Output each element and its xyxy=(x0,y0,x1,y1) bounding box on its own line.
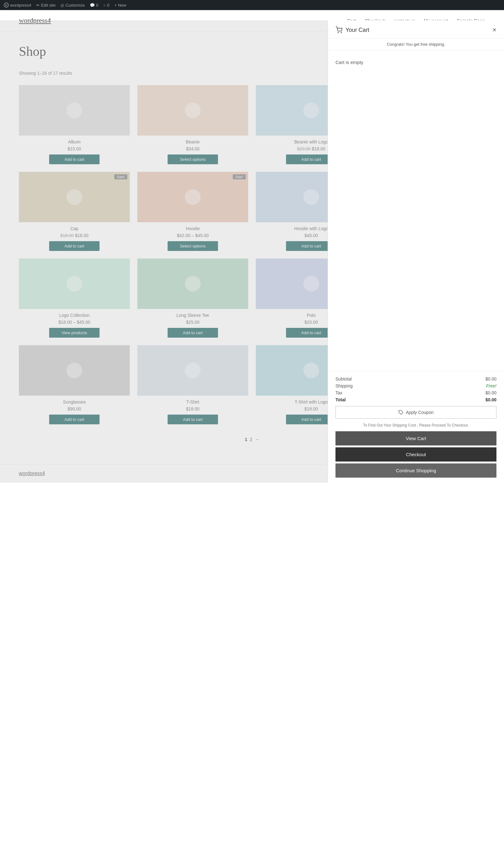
product-image-0 xyxy=(19,85,130,136)
product-illustration xyxy=(62,185,87,210)
product-name-4: Cap xyxy=(70,226,78,231)
sale-badge: Sale! xyxy=(233,174,246,179)
svg-point-2 xyxy=(67,102,82,118)
product-card-1: Beanie$34.00Select options xyxy=(137,85,248,164)
product-name-9: Long Sleeve Tee xyxy=(176,313,209,318)
checkout-button[interactable]: Checkout xyxy=(336,447,497,462)
product-illustration xyxy=(62,358,87,383)
svg-point-12 xyxy=(303,276,319,292)
comments-icon: 💬 xyxy=(90,3,95,7)
product-card-5: Sale!Hoodie$42.00 – $45.00Select options xyxy=(137,172,248,251)
tag-icon xyxy=(398,410,403,415)
sale-price: $90.00 xyxy=(68,406,81,411)
cart-shipping-notice: Congrats! You get free shipping. xyxy=(328,39,504,50)
cart-body: Cart is empty xyxy=(328,50,504,371)
admin-bar-edit[interactable]: ✏ Edit site xyxy=(36,3,55,7)
cart-empty-message: Cart is empty xyxy=(328,50,504,74)
product-card-8: Logo Collection$18.00 – $45.00View produ… xyxy=(19,259,130,338)
svg-text:W: W xyxy=(5,3,8,7)
product-illustration xyxy=(180,271,205,296)
add-to-cart-button-0[interactable]: Add to cart xyxy=(49,154,100,164)
product-image-12 xyxy=(19,345,130,396)
svg-point-15 xyxy=(185,363,201,378)
svg-point-7 xyxy=(185,189,201,205)
svg-point-19 xyxy=(341,32,341,33)
add-to-cart-button-4[interactable]: Add to cart xyxy=(49,241,100,251)
total-row: Total $0.00 xyxy=(336,397,497,402)
product-price-8: $18.00 – $45.00 xyxy=(58,320,90,325)
original-price: $18.00 xyxy=(60,233,74,238)
footer-logo[interactable]: wordpress4 xyxy=(19,471,45,476)
add-to-cart-button-5[interactable]: Select options xyxy=(167,241,218,251)
total-value: $0.00 xyxy=(485,397,497,402)
page-arrow[interactable]: → xyxy=(255,437,259,442)
apply-coupon-button[interactable]: Apply Coupon xyxy=(336,406,497,419)
product-price-0: $15.00 xyxy=(68,146,81,151)
product-illustration xyxy=(299,358,324,383)
add-to-cart-button-1[interactable]: Select options xyxy=(167,154,218,164)
product-illustration xyxy=(180,358,205,383)
product-card-0: Album$15.00Add to cart xyxy=(19,85,130,164)
product-illustration xyxy=(62,98,87,123)
sale-price: $20.00 xyxy=(305,320,318,325)
product-name-12: Sunglasses xyxy=(63,399,86,405)
new-icon: + xyxy=(114,3,117,7)
tax-label: Tax xyxy=(336,390,342,395)
product-name-10: Polo xyxy=(307,313,316,318)
pending-icon: ○ xyxy=(103,3,106,7)
product-name-1: Beanie xyxy=(186,139,200,144)
cart-close-button[interactable]: × xyxy=(492,27,497,33)
cart-icon xyxy=(336,27,342,33)
add-to-cart-button-12[interactable]: Add to cart xyxy=(49,415,100,424)
add-to-cart-button-9[interactable]: Add to cart xyxy=(167,328,218,338)
add-to-cart-button-13[interactable]: Add to cart xyxy=(167,415,218,424)
page-next[interactable]: 2 xyxy=(250,437,252,442)
svg-point-14 xyxy=(67,363,82,378)
admin-bar-customize[interactable]: ◎ Customize xyxy=(60,3,85,7)
wp-icon: W xyxy=(4,2,9,7)
sale-badge: Sale! xyxy=(114,174,127,179)
shipping-value: Free! xyxy=(486,383,497,389)
product-image-5: Sale! xyxy=(137,172,248,222)
product-card-13: T-Shirt$18.00Add to cart xyxy=(137,345,248,424)
svg-point-11 xyxy=(185,276,201,292)
edit-icon: ✏ xyxy=(36,3,40,7)
continue-shopping-button[interactable]: Continue Shopping xyxy=(336,463,497,478)
product-card-9: Long Sleeve Tee$25.00Add to cart xyxy=(137,259,248,338)
product-price-13: $18.00 xyxy=(186,406,200,411)
admin-bar: W wordpress4 ✏ Edit site ◎ Customize 💬 6… xyxy=(0,0,504,10)
product-price-9: $25.00 xyxy=(186,320,200,325)
subtotal-label: Subtotal xyxy=(336,376,352,381)
cart-header-left: Your Cart xyxy=(336,27,369,33)
product-price-14: $18.00 xyxy=(305,406,318,411)
admin-bar-wp[interactable]: W wordpress4 xyxy=(4,2,31,7)
product-image-4: Sale! xyxy=(19,172,130,222)
total-label: Total xyxy=(336,397,345,402)
add-to-cart-button-8[interactable]: View products xyxy=(49,328,100,338)
sale-price: $25.00 xyxy=(186,320,200,325)
product-price-1: $34.00 xyxy=(186,146,200,151)
product-price-6: $45.00 xyxy=(305,233,318,238)
view-cart-button[interactable]: View Cart xyxy=(336,431,497,445)
product-illustration xyxy=(62,271,87,296)
product-image-1 xyxy=(137,85,248,136)
svg-point-3 xyxy=(185,102,201,118)
product-price-12: $90.00 xyxy=(68,406,81,411)
sale-price: $15.00 xyxy=(68,146,81,151)
admin-bar-new[interactable]: + New xyxy=(114,3,126,7)
admin-bar-pending[interactable]: ○ 0 xyxy=(103,3,109,7)
sale-price: $18.00 xyxy=(305,406,318,411)
site-logo[interactable]: wordpress4 xyxy=(19,16,51,24)
sale-price: $18.00 xyxy=(186,406,200,411)
tax-value: $0.00 xyxy=(485,390,497,395)
svg-point-18 xyxy=(338,32,338,33)
product-illustration xyxy=(299,271,324,296)
customize-icon: ◎ xyxy=(60,3,64,7)
product-card-12: Sunglasses$90.00Add to cart xyxy=(19,345,130,424)
product-price-2: $20.00$18.00 xyxy=(297,146,325,151)
svg-point-6 xyxy=(67,189,82,205)
admin-bar-comments[interactable]: 💬 6 xyxy=(90,3,98,7)
svg-point-4 xyxy=(303,102,319,118)
results-count: Showing 1–16 of 17 results xyxy=(19,71,72,76)
product-illustration xyxy=(299,98,324,123)
